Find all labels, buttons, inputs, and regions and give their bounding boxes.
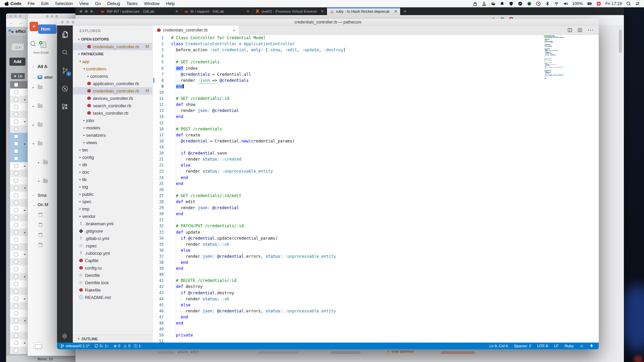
code-line-4[interactable]: 4: [153, 53, 599, 59]
tree-item-concerns[interactable]: ▸concerns: [73, 72, 152, 80]
tree-item-app[interactable]: ▾app: [73, 58, 152, 65]
row-checkbox[interactable]: [14, 252, 18, 256]
row-checkbox[interactable]: [14, 319, 18, 323]
wifi-icon[interactable]: [554, 1, 559, 6]
row-checkbox[interactable]: [14, 348, 18, 352]
menu-debug[interactable]: Debug: [107, 1, 120, 6]
back-icon[interactable]: ←: [9, 20, 13, 25]
menu-tasks[interactable]: Tasks: [126, 1, 138, 6]
s-app-icon[interactable]: S: [527, 1, 532, 6]
search-icon[interactable]: [30, 41, 37, 47]
row-checkbox[interactable]: [14, 142, 18, 146]
filter-chip[interactable]: ▼Un: [11, 73, 25, 79]
code-line-40[interactable]: 40: [153, 272, 599, 278]
browser-tab-2[interactable]: tb / rapport · GitLab✕: [181, 7, 253, 15]
volume-icon[interactable]: [563, 1, 568, 6]
tree-item-.rspec[interactable]: .rspec: [73, 242, 152, 249]
row-checkbox[interactable]: [14, 304, 18, 308]
code-line-24[interactable]: 24 end: [153, 175, 599, 181]
traffic-light-close[interactable]: [61, 21, 64, 23]
browser-tab-1[interactable]: INF-RT / pathecure · GitLab✕: [98, 7, 181, 15]
tree-item-jobs[interactable]: ▸jobs: [73, 117, 152, 124]
tree-item-application_controller.rb[interactable]: application_controller.rb: [73, 80, 152, 87]
code-line-44[interactable]: 44 render status: :ok: [153, 296, 599, 302]
mailbox-row[interactable]: ⌄etier: [33, 75, 53, 80]
mailbox-row[interactable]: ▸: [33, 104, 43, 108]
code-line-10[interactable]: 10: [153, 89, 599, 96]
row-checkbox[interactable]: [14, 223, 18, 227]
code-line-2[interactable]: 2class CredentialsController < Applicati…: [153, 41, 599, 47]
code-line-29[interactable]: 29 render json: @credential: [153, 205, 599, 211]
traffic-light-zoom[interactable]: [72, 21, 74, 23]
close-icon[interactable]: ✕: [246, 9, 250, 14]
row-checkbox[interactable]: [14, 105, 18, 109]
menu-selection[interactable]: Selection: [55, 1, 73, 6]
code-line-30[interactable]: 30 end: [153, 211, 599, 217]
close-icon[interactable]: ✕: [321, 9, 324, 14]
code-line-31[interactable]: 31: [153, 217, 599, 223]
row-checkbox[interactable]: [14, 171, 18, 175]
indentation[interactable]: Spaces: 2: [514, 344, 531, 348]
traffic-light-zoom[interactable]: [19, 15, 21, 17]
language-mode[interactable]: Ruby: [565, 344, 574, 348]
row-checkbox[interactable]: [14, 334, 18, 338]
mailbox-row[interactable]: ▸: [38, 161, 48, 164]
browser-tab-4[interactable]: ruby - Is Hash Rocket deprecat✕: [327, 7, 400, 15]
search-icon[interactable]: [61, 48, 69, 56]
apple-logo-icon[interactable]: [4, 1, 9, 6]
code-line-37[interactable]: 37 render json: @credential.errors, stat…: [153, 253, 599, 259]
code-line-27[interactable]: 27 # GET /credentials/:id/edit: [153, 193, 599, 199]
section-folder[interactable]: ▾PATHECURE: [73, 50, 152, 58]
swiss-flag-icon[interactable]: [596, 1, 601, 6]
code-line-17[interactable]: 17 def create: [153, 132, 599, 138]
row-checkbox[interactable]: [14, 230, 18, 234]
tree-item-views[interactable]: ▸views: [73, 139, 152, 146]
code-line-51[interactable]: 51: [153, 338, 599, 343]
clock-icon[interactable]: [536, 1, 541, 6]
code-line-41[interactable]: 41 # DELETE /credentials/:id: [153, 278, 599, 284]
code-line-21[interactable]: 21 render status: :created: [153, 156, 599, 162]
code-line-36[interactable]: 36 else: [153, 247, 599, 253]
code-line-14[interactable]: 14 end: [153, 114, 599, 120]
row-checkbox[interactable]: [14, 260, 18, 264]
circle-app-icon[interactable]: [518, 1, 523, 6]
lock-icon[interactable]: [473, 1, 477, 6]
toggle-layout-icon[interactable]: [578, 28, 582, 33]
code-line-49[interactable]: 49: [153, 326, 599, 332]
bell-icon[interactable]: [500, 1, 504, 6]
tree-item-spec[interactable]: ▸spec: [73, 198, 152, 205]
tree-item-serializers[interactable]: ▸serializers: [73, 131, 152, 139]
menu-edit[interactable]: Edit: [41, 1, 48, 6]
row-checkbox[interactable]: [14, 179, 18, 183]
code-line-16[interactable]: 16 # POST /credentials: [153, 126, 599, 132]
traffic-light-close[interactable]: [9, 15, 12, 17]
forward-icon[interactable]: →: [18, 20, 23, 25]
code-line-45[interactable]: 45 else: [153, 302, 599, 308]
open-editor-credentials_controller.rb[interactable]: credentials_controller.rbM: [73, 43, 152, 50]
tree-item-vendor[interactable]: ▸vendor: [73, 213, 152, 220]
row-checkbox[interactable]: [14, 289, 18, 293]
close-icon[interactable]: ×: [233, 28, 235, 33]
row-checkbox[interactable]: [14, 149, 18, 153]
code-line-23[interactable]: 23 render status: :unprocessable_entity: [153, 168, 599, 174]
eol[interactable]: LF: [554, 344, 558, 348]
code-line-26[interactable]: 26: [153, 187, 599, 193]
tree-item-models[interactable]: ▸models: [73, 124, 152, 131]
code-line-25[interactable]: 25 end: [153, 181, 599, 187]
debug-icon[interactable]: [61, 84, 69, 93]
sync-status[interactable]: 0↓ 1↑: [94, 344, 109, 348]
tree-item-.gitignore[interactable]: .gitignore: [73, 227, 152, 235]
traffic-light-close[interactable]: [79, 10, 82, 13]
mailbox-row[interactable]: [39, 233, 42, 237]
code-line-48[interactable]: 48 end: [153, 320, 599, 326]
code-line-1[interactable]: 1# Class Controller for Credential Model: [153, 35, 599, 41]
tree-item-Gemfile.lock[interactable]: Gemfile.lock: [73, 279, 152, 286]
docker-icon[interactable]: [491, 1, 495, 6]
split-editor-icon[interactable]: [568, 28, 572, 33]
code-line-38[interactable]: 38 end: [153, 259, 599, 265]
close-icon[interactable]: ✕: [175, 9, 178, 14]
code-line-20[interactable]: 20 if @credential.save: [153, 150, 599, 156]
menu-bar-clock[interactable]: Fri 17:19: [605, 1, 622, 6]
row-checkbox[interactable]: [14, 193, 18, 197]
code-line-39[interactable]: 39 end: [153, 265, 599, 272]
